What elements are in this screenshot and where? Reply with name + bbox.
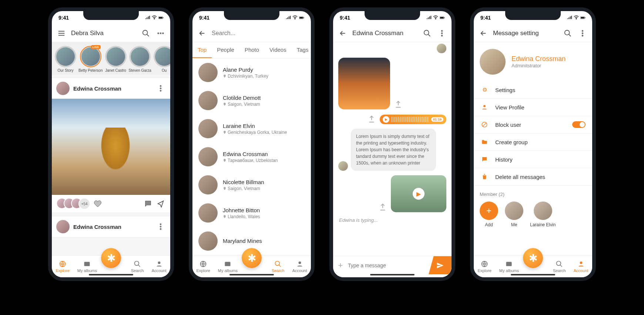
person-name: Maryland Mines: [223, 238, 262, 244]
story-item[interactable]: Steven Garza: [129, 46, 151, 72]
message-input[interactable]: [348, 262, 429, 268]
more-button[interactable]: [577, 28, 588, 38]
tab-videos[interactable]: Videos: [264, 42, 292, 58]
settings-row-settings[interactable]: ⚙Settings: [474, 81, 592, 99]
play-button[interactable]: ▶: [383, 116, 389, 123]
avatar: [480, 49, 506, 75]
nav-search[interactable]: Search: [272, 260, 285, 273]
list-item[interactable]: Laraine ElvinGenicheskaya Gorka, Ukraine: [192, 115, 311, 143]
tab-top[interactable]: Top: [192, 42, 212, 58]
nav-explore[interactable]: Explore: [196, 260, 210, 273]
bottom-nav: Explore My albums Search Account ✱: [474, 255, 592, 277]
avatar: [505, 201, 523, 220]
back-button[interactable]: [338, 28, 348, 38]
image-message[interactable]: [338, 58, 390, 109]
like-button[interactable]: [93, 199, 103, 209]
more-button[interactable]: [155, 28, 166, 38]
settings-row-delete-all[interactable]: Delete all messages: [474, 168, 592, 186]
text-message[interactable]: Lorem Ipsum is simply dummy text of the …: [351, 129, 436, 171]
likers-stack[interactable]: +54: [56, 198, 90, 210]
svg-point-4: [158, 33, 159, 34]
share-button[interactable]: [366, 114, 377, 124]
share-button[interactable]: [155, 199, 166, 209]
nav-search[interactable]: Search: [131, 260, 144, 273]
feed-image[interactable]: [52, 99, 170, 195]
avatar[interactable]: [56, 82, 70, 95]
nav-albums[interactable]: My albums: [218, 260, 238, 273]
tab-people[interactable]: People: [212, 42, 239, 58]
avatar[interactable]: [338, 161, 348, 171]
picture-icon: [505, 260, 513, 268]
story-item[interactable]: LIVEBetty Peterson: [78, 46, 103, 72]
settings-row-view-profile[interactable]: View Profile: [474, 99, 592, 116]
nav-search[interactable]: Search: [553, 260, 566, 273]
signal-icon: [286, 15, 291, 20]
story-item[interactable]: Our Story: [55, 46, 76, 72]
svg-point-43: [580, 261, 582, 264]
search-button[interactable]: [141, 28, 151, 38]
nav-account[interactable]: Account: [292, 260, 307, 273]
feed-content: Our Story LIVEBetty Peterson Janet Castr…: [52, 42, 170, 255]
share-button[interactable]: [393, 99, 403, 109]
arrow-left-icon: [479, 29, 487, 37]
nav-account[interactable]: Account: [152, 260, 167, 273]
share-button[interactable]: [378, 202, 388, 212]
member-item[interactable]: Me: [505, 201, 523, 227]
nav-explore[interactable]: Explore: [56, 260, 69, 273]
nav-albums[interactable]: My albums: [77, 260, 97, 273]
chat-body[interactable]: ▶ 01:19 Lorem Ipsum is simply dummy text…: [333, 42, 452, 256]
search-button[interactable]: [422, 28, 432, 38]
nav-explore[interactable]: Explore: [477, 260, 491, 273]
fab-create[interactable]: ✱: [242, 248, 262, 268]
audio-duration: 01:19: [431, 117, 443, 122]
member-add[interactable]: +Add: [480, 201, 498, 227]
attach-button[interactable]: +: [333, 261, 348, 270]
likes-count: +54: [78, 198, 90, 210]
back-button[interactable]: [197, 28, 207, 38]
folder-plus-icon: [480, 139, 489, 145]
profile-block[interactable]: Edwina Crossman Adminitstrator: [474, 42, 592, 81]
list-item[interactable]: Edwina CrossmanТарнавбаши, Uzbekistan: [192, 143, 311, 171]
search-button[interactable]: [563, 28, 573, 38]
member-item[interactable]: Laraine Elvin: [530, 201, 556, 227]
nav-albums[interactable]: My albums: [499, 260, 519, 273]
story-item[interactable]: Ou: [154, 46, 170, 72]
video-message[interactable]: ▶: [391, 175, 446, 212]
feed-more-button[interactable]: [155, 221, 166, 232]
nav-account[interactable]: Account: [574, 260, 588, 273]
settings-row-block-user[interactable]: Block user: [474, 116, 592, 133]
block-toggle[interactable]: [572, 121, 586, 128]
fab-create[interactable]: ✱: [101, 248, 121, 268]
search-input[interactable]: [212, 30, 306, 37]
list-item[interactable]: Alane PurdyDzhivinikyan, Turkey: [192, 58, 311, 87]
list-item[interactable]: Johnette BittonLlandeilo, Wales: [192, 199, 311, 227]
feed-more-button[interactable]: [155, 83, 166, 94]
bottom-nav: Explore My albums Search Account ✱: [192, 255, 311, 277]
feed-author[interactable]: Edwina Crossman: [73, 224, 152, 230]
menu-button[interactable]: [56, 28, 67, 38]
story-item[interactable]: Janet Castro: [105, 46, 127, 72]
fab-create[interactable]: ✱: [523, 248, 543, 268]
comment-button[interactable]: [143, 199, 153, 209]
tab-tags[interactable]: Tags: [292, 42, 314, 58]
send-button[interactable]: [429, 256, 452, 275]
stories-row[interactable]: Our Story LIVEBetty Peterson Janet Castr…: [52, 42, 170, 75]
audio-message[interactable]: ▶ 01:19: [380, 115, 446, 124]
appbar: Debra Silva: [52, 24, 170, 42]
more-button[interactable]: [437, 28, 447, 38]
tab-photo[interactable]: Photo: [239, 42, 264, 58]
avatar[interactable]: [437, 44, 446, 53]
list-item[interactable]: Clotilde DemottSaigon, Vietnam: [192, 87, 311, 115]
settings-row-create-group[interactable]: Create group: [474, 133, 592, 151]
avatar[interactable]: [56, 220, 70, 233]
dots-horizontal-icon: [157, 29, 165, 37]
svg-point-29: [441, 33, 443, 34]
list-item[interactable]: Nicolette BillmanSaigon, Vietnam: [192, 171, 311, 199]
play-button[interactable]: ▶: [413, 188, 425, 200]
settings-row-history[interactable]: History: [474, 151, 592, 168]
people-list[interactable]: Alane PurdyDzhivinikyan, Turkey Clotilde…: [192, 58, 311, 255]
members-section: Member (2) +Add Me Laraine Elvin: [474, 186, 592, 233]
status-icons: [567, 15, 586, 20]
feed-author[interactable]: Edwina Crossman: [73, 85, 152, 92]
back-button[interactable]: [478, 28, 489, 38]
